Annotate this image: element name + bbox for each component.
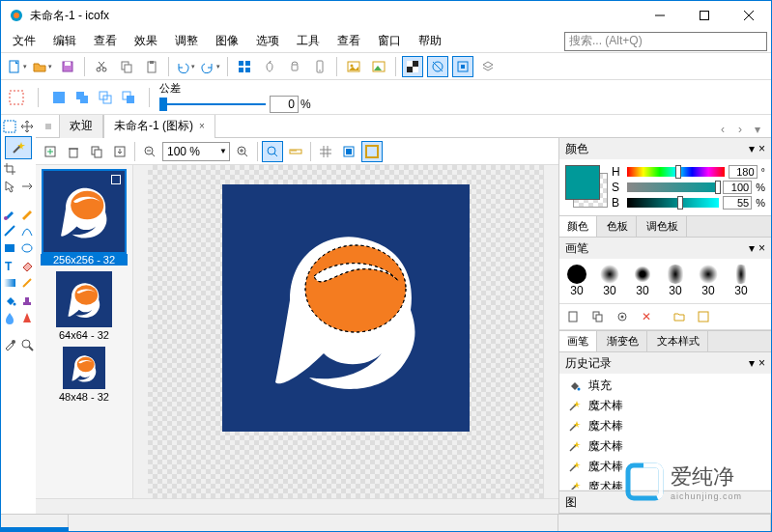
menu-编辑[interactable]: 编辑 xyxy=(45,30,84,52)
history-item-2[interactable]: 魔术棒 xyxy=(559,416,771,436)
brush-preset-0[interactable]: 30 xyxy=(563,265,590,297)
image-tool-icon[interactable] xyxy=(343,56,364,77)
new-file-button[interactable] xyxy=(7,56,28,77)
history-item-4[interactable]: 魔术棒 xyxy=(559,457,771,477)
hue-value[interactable]: 180 xyxy=(729,165,758,179)
menu-效果[interactable]: 效果 xyxy=(127,30,165,52)
cut-button[interactable] xyxy=(91,56,112,77)
tab-menu-button[interactable]: ▾ xyxy=(750,122,765,137)
bri-slider[interactable] xyxy=(627,198,719,208)
curve-tool[interactable] xyxy=(19,223,35,238)
add-size-button[interactable] xyxy=(40,141,61,162)
menu-调整[interactable]: 调整 xyxy=(167,30,206,52)
eraser-tool[interactable] xyxy=(19,258,35,273)
collapse-tabs-icon[interactable] xyxy=(38,116,59,137)
menu-帮助[interactable]: 帮助 xyxy=(411,30,449,52)
history-item-1[interactable]: 魔术棒 xyxy=(559,396,771,416)
zoom-tool[interactable] xyxy=(19,337,35,352)
mode-add-icon[interactable] xyxy=(71,87,93,108)
brush-preset-5[interactable]: 30 xyxy=(728,265,755,297)
color-tab-1[interactable]: 色板 xyxy=(599,216,637,237)
move-tool[interactable] xyxy=(19,119,35,134)
brush-delete-icon[interactable]: ✕ xyxy=(636,306,657,327)
menu-查看[interactable]: 查看 xyxy=(86,30,125,52)
stamp-tool[interactable] xyxy=(19,293,35,308)
windows-icon[interactable] xyxy=(234,56,255,77)
menu-查看[interactable]: 查看 xyxy=(329,30,368,52)
brush-tab-0[interactable]: 画笔 xyxy=(559,331,597,351)
line-tool[interactable] xyxy=(2,223,17,238)
tab-prev-button[interactable]: ‹ xyxy=(715,122,730,137)
marquee-tool[interactable] xyxy=(2,119,17,134)
brush-preset-3[interactable]: 30 xyxy=(662,265,689,297)
history-item-5[interactable]: 魔术棒 xyxy=(559,477,771,490)
view-grid-button[interactable] xyxy=(315,141,336,162)
zoom-in-button[interactable] xyxy=(232,141,253,162)
redo-button[interactable] xyxy=(200,56,221,77)
blur-tool[interactable] xyxy=(2,310,17,325)
zoom-out-button[interactable] xyxy=(139,141,160,162)
brush-tab-1[interactable]: 渐变色 xyxy=(599,331,647,351)
mobile-icon[interactable] xyxy=(309,56,330,77)
panel-close-icon[interactable]: × xyxy=(758,356,765,370)
copy-size-button[interactable] xyxy=(86,141,107,162)
tab-0[interactable]: 欢迎 xyxy=(59,115,103,138)
sharpen-tool[interactable] xyxy=(19,310,35,325)
view-outline-button[interactable] xyxy=(361,141,383,162)
ellipse-tool[interactable] xyxy=(19,240,35,256)
size-thumb-2[interactable]: 48x48 - 32 xyxy=(41,347,128,403)
canvas-scrollbar-v[interactable] xyxy=(543,165,558,498)
brush-tool[interactable] xyxy=(2,206,17,221)
panel-close-icon[interactable]: × xyxy=(758,241,765,255)
open-file-button[interactable] xyxy=(32,56,53,77)
maximize-button[interactable] xyxy=(682,1,727,30)
menu-图像[interactable]: 图像 xyxy=(208,30,246,52)
brush-save-icon[interactable] xyxy=(693,306,714,327)
text-tool[interactable]: T xyxy=(2,258,17,273)
eyedropper-tool[interactable] xyxy=(2,337,17,352)
tab-next-button[interactable]: › xyxy=(732,122,748,137)
hue-slider[interactable] xyxy=(627,167,725,177)
brush-preset-4[interactable]: 30 xyxy=(695,265,722,297)
transparency-toggle[interactable] xyxy=(402,56,423,77)
brush-settings-icon[interactable] xyxy=(612,306,633,327)
undo-button[interactable] xyxy=(175,56,196,77)
crop-tool[interactable] xyxy=(2,161,17,177)
canvas-scrollbar-h[interactable] xyxy=(36,498,558,514)
guides-toggle[interactable] xyxy=(427,56,448,77)
size-thumb-0[interactable]: 256x256 - 32 xyxy=(41,171,128,266)
size-thumb-1[interactable]: 64x64 - 32 xyxy=(41,271,128,341)
android-icon[interactable] xyxy=(284,56,305,77)
sat-value[interactable]: 100 xyxy=(723,181,752,194)
brush-copy-icon[interactable] xyxy=(587,306,609,327)
history-item-0[interactable]: 填充 xyxy=(559,376,771,396)
view-ruler-button[interactable] xyxy=(285,141,306,162)
apple-icon[interactable] xyxy=(259,56,280,77)
panel-menu-icon[interactable]: ▾ xyxy=(749,241,755,255)
layers-icon[interactable] xyxy=(477,56,499,77)
arrows-icon[interactable] xyxy=(19,179,35,194)
brush-tab-2[interactable]: 文本样式 xyxy=(649,331,708,351)
copy-button[interactable] xyxy=(116,56,137,77)
zoom-combo[interactable]: 100 %▼ xyxy=(162,142,230,161)
brush-preset-1[interactable]: 30 xyxy=(596,265,623,297)
tab-close-button[interactable]: × xyxy=(199,121,205,131)
rectangle-tool[interactable] xyxy=(2,240,17,256)
magic-wand-tool[interactable] xyxy=(5,136,32,159)
brush-preset-2[interactable]: 30 xyxy=(629,265,656,297)
selection-tool-icon[interactable] xyxy=(5,86,28,109)
save-button[interactable] xyxy=(57,56,78,77)
panel-menu-icon[interactable]: ▾ xyxy=(749,356,755,370)
panel-menu-icon[interactable]: ▾ xyxy=(749,142,755,155)
color-tab-0[interactable]: 颜色 xyxy=(559,216,597,237)
minimize-button[interactable] xyxy=(638,1,682,30)
close-button[interactable] xyxy=(727,1,771,30)
search-input[interactable]: 搜索... (Alt+Q) xyxy=(564,32,767,51)
tolerance-slider[interactable] xyxy=(159,97,266,112)
menu-选项[interactable]: 选项 xyxy=(248,30,287,52)
bri-value[interactable]: 55 xyxy=(723,196,752,210)
fill-tool[interactable] xyxy=(2,293,17,308)
brush-folder-icon[interactable] xyxy=(669,306,690,327)
pointer-tool[interactable] xyxy=(2,179,17,194)
delete-size-button[interactable] xyxy=(63,141,84,162)
